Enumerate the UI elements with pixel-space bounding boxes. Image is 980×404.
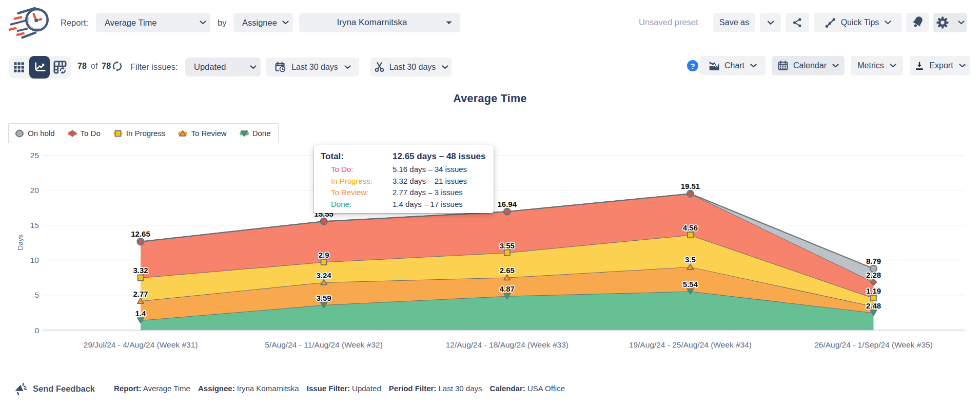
footer-item-issue-filter: Issue Filter: Updated	[307, 384, 381, 393]
megaphone-icon	[15, 381, 27, 395]
point-label: 2.77	[133, 290, 148, 298]
point-label: 1.19	[866, 286, 881, 295]
footer-item-period-filter: Period Filter: Last 30 days	[389, 384, 482, 393]
tooltip-row-value: 2.77 days – 3 issues	[393, 187, 463, 199]
point-label: 1.4	[135, 309, 147, 318]
y-tick-label: 15	[30, 221, 39, 229]
footer-item-value: Last 30 days	[439, 384, 482, 393]
y-tick-label: 20	[30, 186, 40, 195]
tooltip-row-label: To Do:	[321, 164, 393, 176]
tooltip-row-value: 12.65 days – 48 issues	[393, 150, 485, 163]
footer-item-value: Iryna Komarnitska	[237, 384, 299, 393]
footer-item-calendar: Calendar: USA Office	[490, 384, 565, 393]
y-tick-label: 25	[30, 151, 39, 160]
send-feedback-button[interactable]	[15, 381, 27, 395]
tooltip-row-label: Done:	[321, 199, 393, 210]
point-label: 8.79	[866, 257, 881, 265]
tooltip-row-value: 5.16 days – 34 issues	[393, 164, 467, 176]
footer-item-value: USA Office	[527, 384, 565, 393]
point-label: 12.65	[131, 229, 150, 238]
footer-item-assignee: Assignee: Iryna Komarnitska	[198, 384, 299, 393]
x-category-label: 26/Aug/24 - 1/Sep/24 (Week #35)	[814, 340, 933, 349]
point-label: 3.24	[316, 271, 331, 280]
y-tick-label: 10	[30, 256, 40, 264]
tooltip-row-done: Done:1.4 days – 17 issues	[321, 199, 486, 210]
point-label: 4.87	[500, 284, 515, 293]
footer-item-value: Average Time	[143, 384, 190, 393]
x-category-label: 29/Jul/24 - 4/Aug/24 (Week #31)	[84, 340, 198, 349]
y-tick-label: 0	[34, 326, 39, 335]
point-label: 16.94	[498, 200, 517, 208]
point-label: 3.55	[500, 241, 515, 250]
x-category-labels: 29/Jul/24 - 4/Aug/24 (Week #31)5/Aug/24 …	[84, 340, 933, 349]
tooltip-row-label: In Progress:	[321, 176, 393, 187]
footer-summary: Report: Average TimeAssignee: Iryna Koma…	[114, 384, 573, 393]
x-category-label: 12/Aug/24 - 18/Aug/24 (Week #33)	[446, 340, 569, 349]
y-tick-label: 5	[34, 291, 39, 299]
tooltip-row-value: 3.32 days – 21 issues	[393, 176, 467, 187]
footer-item-label: Calendar:	[490, 384, 525, 393]
send-feedback-label: Send Feedback	[33, 384, 95, 394]
point-label: 5.54	[683, 280, 698, 288]
footer-item-label: Period Filter:	[389, 384, 437, 393]
x-category-label: 19/Aug/24 - 25/Aug/24 (Week #34)	[629, 340, 752, 349]
x-category-label: 5/Aug/24 - 11/Aug/24 (Week #32)	[265, 340, 383, 349]
point-label: 2.65	[500, 266, 515, 275]
chart-tooltip: Total:12.65 days – 48 issuesTo Do:5.16 d…	[314, 145, 494, 213]
tooltip-row-in-progress: In Progress:3.32 days – 21 issues	[321, 176, 486, 187]
footer-item-report: Report: Average Time	[114, 384, 190, 393]
footer-item-label: Assignee:	[198, 384, 235, 393]
app-root: Report: Average Time by Assignee Iryna K…	[0, 0, 980, 404]
point-label: 3.32	[133, 266, 148, 275]
point-label: 3.5	[685, 255, 696, 264]
point-label: 4.56	[683, 223, 698, 232]
point-label: 19.51	[681, 182, 700, 190]
point-label: 2.9	[319, 251, 329, 259]
point-label: 3.59	[316, 294, 331, 302]
tooltip-row-value: 1.4 days – 17 issues	[393, 199, 463, 210]
point-label: 2.48	[866, 301, 881, 310]
tooltip-row-to-do: To Do:5.16 days – 34 issues	[321, 164, 486, 176]
footer-item-label: Report:	[114, 384, 141, 393]
point-label: 2.28	[866, 271, 881, 279]
tooltip-row-label: Total:	[321, 150, 393, 163]
tooltip-row-to-review: To Review:2.77 days – 3 issues	[321, 187, 486, 199]
footer-item-value: Updated	[352, 384, 381, 393]
tooltip-row-total: Total:12.65 days – 48 issues	[321, 150, 486, 163]
footer-item-label: Issue Filter:	[307, 384, 350, 393]
tooltip-row-label: To Review:	[321, 187, 393, 199]
y-axis-title: Days	[16, 234, 24, 250]
